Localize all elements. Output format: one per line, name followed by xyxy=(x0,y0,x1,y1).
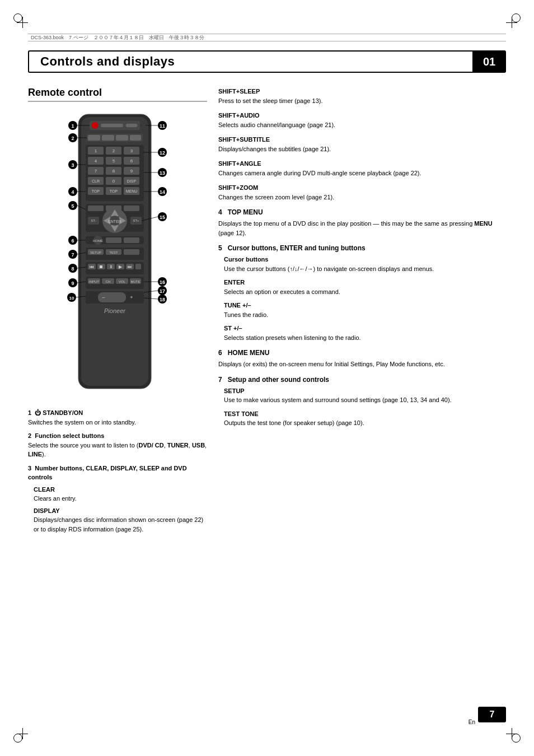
svg-text:12: 12 xyxy=(160,150,165,156)
svg-text:TEST: TEST xyxy=(109,251,118,254)
svg-text:HOME: HOME xyxy=(93,239,103,242)
svg-text:16: 16 xyxy=(160,279,165,285)
title-bar: Controls and displays xyxy=(28,50,472,73)
svg-text:⏮: ⏮ xyxy=(90,264,94,269)
svg-text:7: 7 xyxy=(71,252,74,258)
svg-rect-74 xyxy=(135,264,141,269)
svg-rect-7 xyxy=(88,135,100,141)
svg-text:⏭: ⏭ xyxy=(128,264,132,269)
svg-text:11: 11 xyxy=(160,123,165,129)
svg-text:TOP: TOP xyxy=(110,189,118,193)
svg-text:VOL: VOL xyxy=(119,280,126,283)
left-descriptions: 1 ⏻ STANDBY/ON Switches the system on or… xyxy=(28,408,207,534)
crosshair-bl xyxy=(17,728,28,739)
setup-item: SETUP Use to make various system and sur… xyxy=(224,386,506,405)
section-7: 7 Setup and other sound controls SETUP U… xyxy=(218,375,506,428)
chapter-badge: 01 xyxy=(472,50,506,73)
svg-text:6: 6 xyxy=(130,158,133,164)
main-content: Remote control xyxy=(28,87,506,711)
svg-text:2: 2 xyxy=(113,148,115,153)
svg-text:CLR: CLR xyxy=(92,179,100,183)
remote-illustration: 1 2 3 4 5 6 7 8 9 xyxy=(28,109,207,400)
remote-svg: 1 2 3 4 5 6 7 8 9 xyxy=(48,109,188,400)
shift-subtitle: SHIFT+SUBTITLE Displays/changes the subt… xyxy=(218,135,506,153)
svg-rect-8 xyxy=(102,135,114,141)
svg-text:1: 1 xyxy=(95,148,97,153)
svg-text:5: 5 xyxy=(113,158,115,164)
crosshair-tr xyxy=(506,17,517,28)
shift-audio: SHIFT+AUDIO Selects audio channel/langua… xyxy=(218,111,506,129)
svg-text:⏸: ⏸ xyxy=(109,264,113,269)
svg-point-3 xyxy=(92,122,99,129)
svg-text:18: 18 xyxy=(160,297,165,302)
svg-rect-65 xyxy=(124,249,139,255)
enter-button: ENTER Selects an option or executes a co… xyxy=(224,278,506,296)
svg-text:Pioneer: Pioneer xyxy=(104,307,126,314)
svg-text:CH: CH xyxy=(106,280,111,283)
svg-text:DISP: DISP xyxy=(127,179,137,183)
svg-rect-60 xyxy=(106,237,121,243)
st-button: ST +/– Selects station presets when list… xyxy=(224,324,506,342)
page-number-badge: 7 xyxy=(478,707,506,722)
svg-text:0: 0 xyxy=(113,179,115,184)
svg-rect-5 xyxy=(126,124,137,127)
svg-text:–: – xyxy=(102,295,105,300)
svg-text:1: 1 xyxy=(71,123,74,129)
item-1: 1 ⏻ STANDBY/ON Switches the system on or… xyxy=(28,408,207,427)
svg-rect-9 xyxy=(116,135,128,141)
title-section: Controls and displays 01 xyxy=(28,48,506,76)
svg-text:7: 7 xyxy=(95,169,97,174)
cursor-buttons: Cursor buttons Use the cursor buttons (↑… xyxy=(224,255,506,273)
header-bar: DCS-363.book 7 ページ ２００７年４月１８日 水曜日 午後３時３８… xyxy=(28,34,506,41)
shift-sleep: SHIFT+SLEEP Press to set the sleep timer… xyxy=(218,87,506,105)
test-tone-item: TEST TONE Outputs the test tone (for spe… xyxy=(224,409,506,428)
svg-text:▶: ▶ xyxy=(119,264,123,269)
item-3: 3 Number buttons, CLEAR, DISPLAY, SLEEP … xyxy=(28,464,207,534)
svg-text:8: 8 xyxy=(71,266,74,272)
page-lang: En xyxy=(469,719,475,725)
svg-text:2: 2 xyxy=(71,136,74,141)
svg-text:13: 13 xyxy=(160,170,165,176)
svg-text:4: 4 xyxy=(71,189,74,195)
svg-text:ENTER: ENTER xyxy=(108,220,121,223)
tune-button: TUNE +/– Tunes the radio. xyxy=(224,301,506,319)
svg-text:8: 8 xyxy=(113,169,115,174)
svg-text:+: + xyxy=(130,295,133,300)
svg-text:14: 14 xyxy=(160,189,165,195)
sub-item-clear: CLEAR Clears an entry. xyxy=(34,485,207,503)
svg-text:MENU: MENU xyxy=(126,189,138,193)
item-2: 2 Function select buttons Selects the so… xyxy=(28,431,207,459)
svg-text:6: 6 xyxy=(71,238,74,244)
shift-zoom: SHIFT+ZOOM Changes the screen zoom level… xyxy=(218,183,506,202)
svg-rect-43 xyxy=(88,206,104,211)
svg-text:9: 9 xyxy=(130,169,133,174)
section-6: 6 HOME MENU Displays (or exits) the on-s… xyxy=(218,348,506,369)
remote-control-title: Remote control xyxy=(28,87,207,102)
svg-text:4: 4 xyxy=(95,158,97,164)
svg-rect-10 xyxy=(130,135,141,141)
sub-item-display: DISPLAY Displays/changes disc informatio… xyxy=(34,506,207,534)
svg-rect-45 xyxy=(124,206,139,211)
svg-text:ST-: ST- xyxy=(91,219,96,222)
svg-text:⏹: ⏹ xyxy=(99,264,104,269)
section-5: 5 Cursor buttons, ENTER and tuning butto… xyxy=(218,243,506,342)
svg-text:MUTE: MUTE xyxy=(131,280,140,283)
svg-text:ST+: ST+ xyxy=(133,219,139,222)
crosshair-br xyxy=(506,728,517,739)
svg-text:5: 5 xyxy=(71,203,74,209)
crosshair-tl xyxy=(17,17,28,28)
svg-text:9: 9 xyxy=(71,281,74,286)
remote-svg-area: 1 2 3 4 5 6 7 8 9 xyxy=(48,109,188,400)
section-4: 4 TOP MENU Displays the top menu of a DV… xyxy=(218,207,506,237)
svg-text:17: 17 xyxy=(160,288,165,294)
shift-angle: SHIFT+ANGLE Changes camera angle during … xyxy=(218,159,506,178)
svg-text:10: 10 xyxy=(69,296,74,301)
svg-rect-61 xyxy=(124,237,139,243)
header-text: DCS-363.book 7 ページ ２００７年４月１８日 水曜日 午後３時３８… xyxy=(31,34,204,41)
left-column: Remote control xyxy=(28,87,207,711)
right-column: SHIFT+SLEEP Press to set the sleep timer… xyxy=(218,87,506,711)
svg-text:TOP: TOP xyxy=(92,189,100,193)
svg-text:INPUT: INPUT xyxy=(89,280,99,283)
svg-text:15: 15 xyxy=(160,214,165,220)
svg-rect-4 xyxy=(101,124,123,127)
